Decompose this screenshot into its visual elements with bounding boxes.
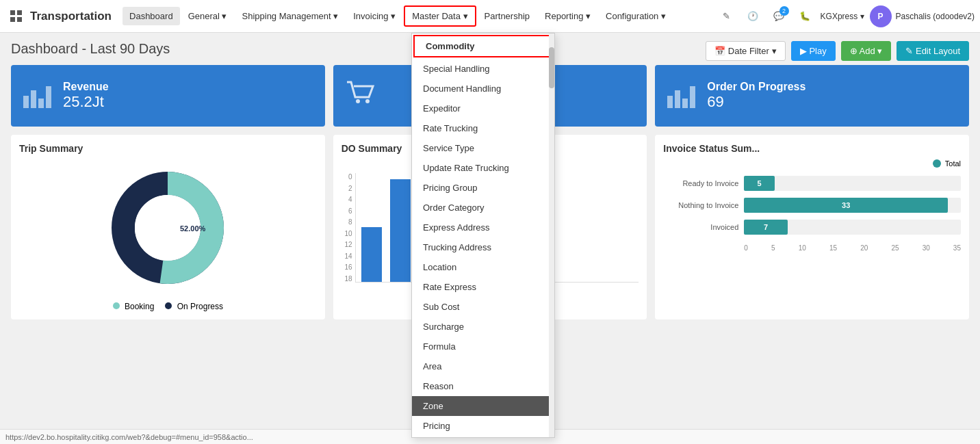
dropdown-item-surcharge[interactable]: Surcharge (412, 317, 554, 337)
invoiced-label: Invoiced (663, 223, 738, 231)
dropdown-item-commodity[interactable]: Commodity (413, 35, 553, 57)
booking-legend: Booking (113, 302, 155, 311)
do-y-axis: 18 16 14 12 10 8 6 4 2 0 (341, 173, 355, 283)
do-bar-2 (390, 179, 411, 282)
svg-rect-10 (667, 96, 673, 108)
date-filter-chevron: ▾ (772, 46, 777, 56)
trip-summary-panel: Trip Summary 48.00% 52.00% (11, 135, 325, 319)
dropdown-item-rate-trucking[interactable]: Rate Trucking (412, 118, 554, 138)
edit-layout-button[interactable]: ✎ Edit Layout (897, 41, 969, 61)
dropdown-item-formula[interactable]: Formula (412, 337, 554, 356)
scrollbar-track (549, 34, 554, 437)
svg-rect-6 (38, 99, 44, 108)
dropdown-item-sub-cost[interactable]: Sub Cost (412, 297, 554, 317)
on-progress-legend: On Progress (165, 302, 223, 311)
master-data-dropdown: Commodity Special Handling Document Hand… (411, 33, 555, 438)
ready-bar: 5 (744, 176, 774, 191)
dropdown-item-special-handling[interactable]: Special Handling (412, 59, 554, 79)
cart-icon (344, 77, 377, 116)
svg-text:48.00%: 48.00% (142, 224, 170, 233)
invoice-row-nothing: Nothing to Invoice 33 (663, 198, 961, 213)
user-app-name: KGXpress ▾ (821, 12, 864, 21)
nav-configuration[interactable]: Configuration ▾ (599, 7, 673, 25)
dropdown-item-express-address[interactable]: Express Address (412, 218, 554, 237)
play-label: ▶ Play (800, 46, 827, 56)
order-progress-icon (666, 77, 699, 116)
dropdown-item-trucking-address[interactable]: Trucking Address (412, 237, 554, 257)
invoice-status-title: Invoice Status Sum... (663, 143, 961, 154)
dropdown-item-location[interactable]: Location (412, 257, 554, 277)
dropdown-item-zone[interactable]: Zone (412, 396, 554, 416)
nav-reporting[interactable]: Reporting ▾ (538, 7, 597, 25)
clock-icon-btn[interactable]: 🕐 (743, 6, 763, 27)
calendar-icon: 📅 (714, 46, 725, 56)
nav-invoicing[interactable]: Invoicing ▾ (346, 7, 402, 25)
order-progress-label: Order On Progress (707, 81, 805, 93)
dropdown-item-service-type[interactable]: Service Type (412, 138, 554, 158)
ready-label: Ready to Invoice (663, 179, 738, 187)
dropdown-item-document-handling[interactable]: Document Handling (412, 79, 554, 99)
nothing-bar-outer: 33 (744, 198, 961, 213)
nav-dashboard[interactable]: Dashboard (122, 7, 180, 25)
user-app-section[interactable]: KGXpress ▾ (821, 12, 864, 21)
dropdown-item-expeditor[interactable]: Expeditor (412, 99, 554, 118)
nothing-label: Nothing to Invoice (663, 201, 738, 209)
revenue-card: Revenue 25.2Jt (11, 65, 325, 127)
dropdown-scroll-area[interactable]: Commodity Special Handling Document Hand… (412, 34, 554, 437)
toolbar: 📅 Date Filter ▾ ▶ Play ⊕ Add ▾ ✎ Edit La… (706, 41, 969, 61)
bug-icon-btn[interactable]: 🐛 (795, 6, 815, 27)
dropdown-item-reason[interactable]: Reason (412, 376, 554, 396)
invoice-legend-label: Total (945, 159, 961, 168)
svg-rect-3 (17, 17, 22, 22)
user-display-name: Paschalis (odoodev2) (896, 12, 975, 21)
svg-text:52.00%: 52.00% (180, 224, 206, 233)
add-button[interactable]: ⊕ Add ▾ (841, 41, 892, 61)
nav-general[interactable]: General ▾ (181, 7, 234, 25)
nav-partnership[interactable]: Partnership (478, 7, 537, 25)
nav-master-data[interactable]: Master Data ▾ (404, 5, 476, 27)
dropdown-item-area[interactable]: Area (412, 356, 554, 376)
nav-right: ✎ 🕐 💬 2 🐛 KGXpress ▾ P Paschalis (odoode… (717, 5, 975, 27)
svg-rect-1 (17, 10, 22, 15)
status-url: https://dev2.bo.hospitality.citikg.com/w… (5, 433, 253, 441)
date-filter-label: Date Filter (728, 46, 769, 56)
order-progress-card: Order On Progress 69 (655, 65, 969, 127)
trip-legend: Booking On Progress (113, 302, 223, 311)
scrollbar-thumb[interactable] (549, 47, 554, 88)
revenue-card-text: Revenue 25.2Jt (63, 81, 109, 111)
user-profile-section[interactable]: P Paschalis (odoodev2) (870, 5, 975, 27)
svg-rect-7 (46, 86, 51, 108)
booking-label: Booking (125, 302, 154, 311)
nav-menu: Dashboard General ▾ Shipping Management … (122, 5, 717, 27)
play-button[interactable]: ▶ Play (791, 41, 836, 61)
nothing-value: 33 (842, 201, 850, 209)
top-navigation: Transportation Dashboard General ▾ Shipp… (0, 0, 980, 33)
chat-icon-btn[interactable]: 💬 2 (769, 6, 789, 27)
svg-rect-11 (675, 90, 680, 108)
dropdown-item-pricing[interactable]: Pricing (412, 416, 554, 436)
app-grid-icon[interactable] (5, 5, 27, 27)
order-progress-text: Order On Progress 69 (707, 81, 805, 111)
svg-rect-12 (682, 99, 688, 108)
invoice-status-panel: Invoice Status Sum... Total Ready to Inv… (655, 135, 969, 319)
svg-point-8 (356, 99, 360, 103)
ready-value: 5 (757, 179, 761, 187)
revenue-label: Revenue (63, 81, 109, 93)
revenue-chart-icon (22, 77, 55, 116)
nav-shipping-management[interactable]: Shipping Management ▾ (235, 7, 346, 25)
svg-rect-5 (31, 90, 36, 108)
trip-donut-chart: 48.00% 52.00% (99, 166, 236, 289)
dropdown-item-routing[interactable]: Routing (412, 436, 554, 437)
dropdown-item-order-category[interactable]: Order Category (412, 198, 554, 218)
booking-dot (113, 302, 120, 309)
do-bar-1 (361, 227, 382, 282)
dropdown-item-pricing-group[interactable]: Pricing Group (412, 178, 554, 198)
svg-point-9 (365, 99, 370, 103)
revenue-value: 25.2Jt (63, 93, 109, 111)
edit-icon-btn[interactable]: ✎ (717, 6, 737, 27)
edit-layout-label: ✎ Edit Layout (905, 46, 960, 56)
dropdown-item-rate-express[interactable]: Rate Express (412, 277, 554, 297)
invoice-row-ready: Ready to Invoice 5 (663, 176, 961, 191)
date-filter-button[interactable]: 📅 Date Filter ▾ (706, 41, 786, 61)
dropdown-item-update-rate-trucking[interactable]: Update Rate Trucking (412, 158, 554, 178)
